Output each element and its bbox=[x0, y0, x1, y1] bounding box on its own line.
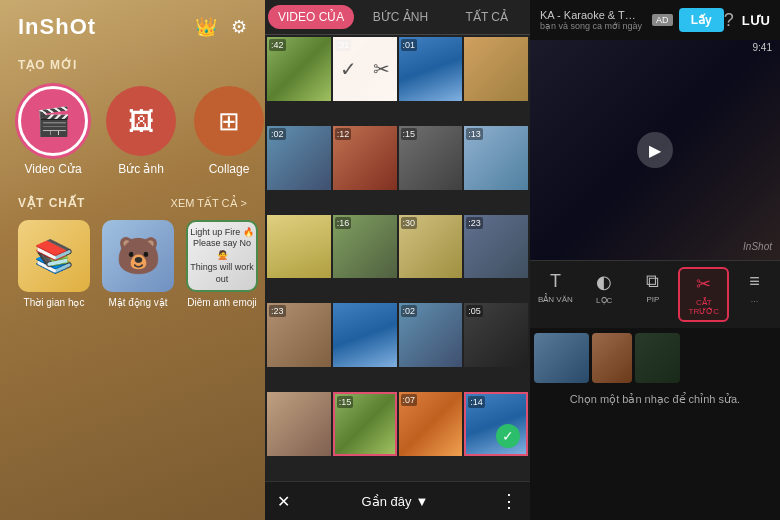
time-display: 9:41 bbox=[753, 42, 772, 53]
media-cell-overlay[interactable]: :31 ✓ ✂ bbox=[333, 37, 397, 101]
timeline-strip[interactable] bbox=[530, 328, 780, 388]
animal-label: Mật động vật bbox=[108, 297, 167, 308]
media-cell[interactable] bbox=[333, 303, 397, 367]
tool-pip[interactable]: ⧉ PIP bbox=[630, 267, 677, 322]
more-icon: ≡ bbox=[749, 271, 760, 292]
more-label: … bbox=[751, 295, 759, 304]
media-cell[interactable]: :02 bbox=[399, 303, 463, 367]
collage-label: Collage bbox=[209, 162, 250, 176]
collage-circle: ⊞ bbox=[194, 86, 264, 156]
cancel-button[interactable]: ✕ bbox=[277, 492, 290, 511]
media-cell[interactable] bbox=[267, 392, 331, 456]
scissors-icon: ✂ bbox=[373, 57, 390, 81]
timeline-clip-3[interactable] bbox=[635, 333, 680, 383]
lay-button[interactable]: Lấy bbox=[679, 8, 724, 32]
recent-dropdown[interactable]: Gần đây ▼ bbox=[362, 494, 429, 509]
create-video-item[interactable]: 🎬 Video Cửa bbox=[18, 86, 88, 176]
dropdown-icon: ▼ bbox=[416, 494, 429, 509]
create-row: 🎬 Video Cửa 🖼 Bức ảnh ⊞ Collage bbox=[0, 78, 265, 186]
right-panel: KA - Karaoke & Thu Âm … bạn và song ca m… bbox=[530, 0, 780, 520]
media-cell[interactable]: :13 bbox=[464, 126, 528, 190]
middle-panel: VIDEO CỦA BỨC ẢNH TẤT CẢ :42 :31 ✓ ✂ :01 bbox=[265, 0, 530, 520]
more-button[interactable]: ⋮ bbox=[500, 490, 518, 512]
help-icon[interactable]: ? bbox=[724, 10, 734, 31]
video-icon: 🎬 bbox=[36, 105, 71, 138]
bottom-bar: ✕ Gần đây ▼ ⋮ bbox=[265, 481, 530, 520]
toolbar-row: T BẢN VĂN ◐ LỌC ⧉ PIP ✂ CẮT TRƯỚC ≡ … bbox=[530, 260, 780, 328]
media-cell[interactable]: :23 bbox=[464, 215, 528, 279]
tool-filter[interactable]: ◐ LỌC bbox=[581, 267, 628, 322]
media-cell-green-check[interactable]: :14 ✓ bbox=[464, 392, 528, 456]
media-cell[interactable] bbox=[267, 215, 331, 279]
collage-icon: ⊞ bbox=[218, 106, 240, 137]
green-checkmark-icon: ✓ bbox=[496, 424, 520, 448]
status-bar: Chọn một bản nhạc để chỉnh sửa. bbox=[530, 388, 780, 411]
check-overlay: ✓ ✂ bbox=[333, 37, 397, 101]
cut-label: CẮT TRƯỚC bbox=[680, 298, 727, 316]
timeline-clip-1[interactable] bbox=[534, 333, 589, 383]
media-cell[interactable]: :07 bbox=[399, 392, 463, 456]
asset-school[interactable]: 📚 Thời gian học bbox=[18, 220, 90, 308]
media-cell-selected[interactable]: :15 bbox=[333, 392, 397, 456]
ad-area: KA - Karaoke & Thu Âm … bạn và song ca m… bbox=[540, 8, 724, 32]
media-cell[interactable] bbox=[464, 37, 528, 101]
media-cell[interactable]: :05 bbox=[464, 303, 528, 367]
inshot-watermark: InShot bbox=[743, 241, 772, 252]
media-grid: :42 :31 ✓ ✂ :01 :02 :12 :15 bbox=[265, 35, 530, 481]
photo-circle: 🖼 bbox=[106, 86, 176, 156]
tab-video[interactable]: VIDEO CỦA bbox=[268, 5, 354, 29]
media-cell[interactable]: :02 bbox=[267, 126, 331, 190]
emoji-label: Diêm anh emoji bbox=[187, 297, 256, 308]
school-thumb: 📚 bbox=[18, 220, 90, 292]
left-panel: InShOt 👑 ⚙ TẠO MỚI 🎬 Video Cửa 🖼 Bức ảnh… bbox=[0, 0, 265, 520]
photo-icon: 🖼 bbox=[128, 106, 154, 137]
pip-label: PIP bbox=[647, 295, 660, 304]
media-cell[interactable]: :16 bbox=[333, 215, 397, 279]
tool-cut[interactable]: ✂ CẮT TRƯỚC bbox=[678, 267, 729, 322]
asset-animal[interactable]: 🐻 Mật động vật bbox=[102, 220, 174, 308]
video-preview: ▶ InShot 9:41 bbox=[530, 40, 780, 260]
video-background: ▶ bbox=[530, 40, 780, 260]
asset-header: VẬT CHẤT XEM TẤT CẢ > bbox=[0, 186, 265, 216]
create-photo-item[interactable]: 🖼 Bức ảnh bbox=[106, 86, 176, 176]
checkmark-icon: ✓ bbox=[340, 57, 357, 81]
see-all-button[interactable]: XEM TẤT CẢ > bbox=[171, 197, 247, 210]
status-text: Chọn một bản nhạc để chỉnh sửa. bbox=[570, 393, 740, 406]
crown-icon[interactable]: 👑 bbox=[195, 16, 217, 38]
filter-label: LỌC bbox=[596, 296, 612, 305]
create-section-label: TẠO MỚI bbox=[0, 50, 265, 78]
media-cell[interactable]: :30 bbox=[399, 215, 463, 279]
tab-photo[interactable]: BỨC ẢNH bbox=[357, 0, 443, 34]
media-cell[interactable]: :01 bbox=[399, 37, 463, 101]
pip-icon: ⧉ bbox=[646, 271, 659, 292]
tool-text[interactable]: T BẢN VĂN bbox=[532, 267, 579, 322]
timeline-clip-2[interactable] bbox=[592, 333, 632, 383]
text-label: BẢN VĂN bbox=[538, 295, 573, 304]
video-label: Video Cửa bbox=[24, 162, 81, 176]
school-label: Thời gian học bbox=[24, 297, 85, 308]
media-cell[interactable]: :15 bbox=[399, 126, 463, 190]
ad-badge: AD bbox=[652, 14, 673, 26]
recent-label: Gần đây bbox=[362, 494, 412, 509]
emoji-thumb: Light up Fire 🔥Please say No 🙅Things wil… bbox=[186, 220, 258, 292]
media-cell[interactable]: :12 bbox=[333, 126, 397, 190]
media-cell[interactable]: :23 bbox=[267, 303, 331, 367]
asset-emoji[interactable]: Light up Fire 🔥Please say No 🙅Things wil… bbox=[186, 220, 258, 308]
play-button[interactable]: ▶ bbox=[637, 132, 673, 168]
text-icon: T bbox=[550, 271, 561, 292]
media-cell[interactable]: :42 bbox=[267, 37, 331, 101]
create-collage-item[interactable]: ⊞ Collage bbox=[194, 86, 264, 176]
left-header: InShOt 👑 ⚙ bbox=[0, 0, 265, 50]
right-help: ? LƯU bbox=[724, 10, 770, 31]
app-logo: InShOt bbox=[18, 14, 96, 40]
filter-icon: ◐ bbox=[596, 271, 612, 293]
ad-sub: bạn và song ca mới ngày bbox=[540, 21, 646, 31]
animal-thumb: 🐻 bbox=[102, 220, 174, 292]
tab-bar: VIDEO CỦA BỨC ẢNH TẤT CẢ bbox=[265, 0, 530, 35]
tab-all[interactable]: TẤT CẢ bbox=[444, 0, 530, 34]
tool-more[interactable]: ≡ … bbox=[731, 267, 778, 322]
gear-icon[interactable]: ⚙ bbox=[231, 16, 247, 38]
ad-title: KA - Karaoke & Thu Âm … bbox=[540, 9, 640, 21]
luu-button[interactable]: LƯU bbox=[742, 13, 770, 28]
emoji-thumb-text: Light up Fire 🔥Please say No 🙅Things wil… bbox=[188, 225, 256, 287]
